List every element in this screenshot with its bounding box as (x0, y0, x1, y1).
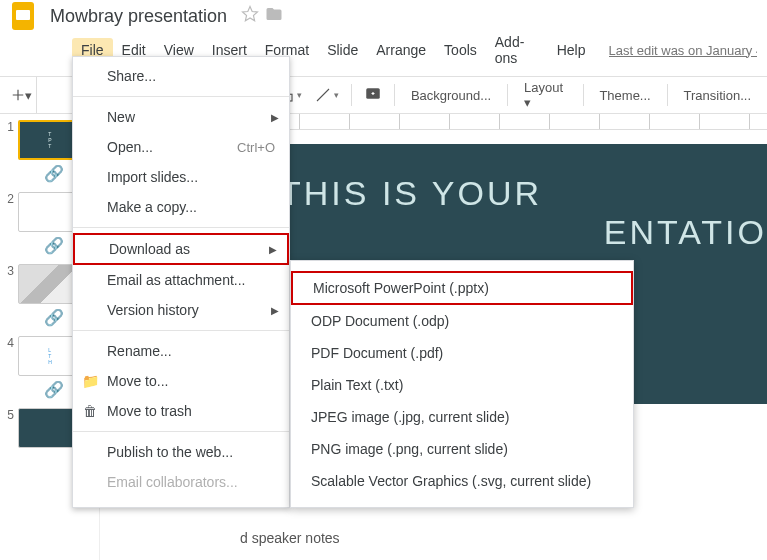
menu-new[interactable]: New▶ (73, 102, 289, 132)
menu-publish-web[interactable]: Publish to the web... (73, 437, 289, 467)
menu-make-copy[interactable]: Make a copy... (73, 192, 289, 222)
menu-arrange[interactable]: Arrange (367, 38, 435, 62)
chevron-right-icon: ▶ (269, 244, 277, 255)
menu-separator (73, 431, 289, 432)
submenu-odp[interactable]: ODP Document (.odp) (291, 305, 633, 337)
submenu-jpeg[interactable]: JPEG image (.jpg, current slide) (291, 401, 633, 433)
svg-rect-1 (16, 10, 30, 20)
link-icon: 🔗 (44, 308, 56, 320)
thumb-number: 1 (4, 120, 18, 176)
menu-version-history[interactable]: Version history▶ (73, 295, 289, 325)
background-button[interactable]: Background... (401, 84, 501, 107)
line-tool-icon[interactable]: ▾ (308, 82, 345, 108)
chevron-right-icon: ▶ (271, 112, 279, 123)
link-icon: 🔗 (44, 164, 56, 176)
menu-email-collaborators[interactable]: Email collaborators... (73, 467, 289, 497)
doc-title[interactable]: Mowbray presentation (50, 6, 227, 27)
theme-button[interactable]: Theme... (589, 84, 660, 107)
submenu-txt[interactable]: Plain Text (.txt) (291, 369, 633, 401)
menu-import-slides[interactable]: Import slides... (73, 162, 289, 192)
toolbar-divider (394, 84, 395, 106)
star-icon[interactable] (241, 5, 259, 27)
shortcut-label: Ctrl+O (237, 140, 275, 155)
slide-title-line2: ENTATIO (280, 213, 767, 252)
menu-separator (73, 227, 289, 228)
new-slide-button[interactable]: ▾ (6, 77, 37, 113)
menu-rename[interactable]: Rename... (73, 336, 289, 366)
speaker-notes-hint[interactable]: d speaker notes (240, 530, 340, 546)
menu-tools[interactable]: Tools (435, 38, 486, 62)
last-edit-link[interactable]: Last edit was on January 4, 20 (609, 43, 758, 58)
slides-app-icon[interactable] (10, 0, 36, 32)
link-icon: 🔗 (44, 380, 56, 392)
menu-move-to[interactable]: 📁Move to... (73, 366, 289, 396)
thumb-number: 3 (4, 264, 18, 320)
submenu-svg[interactable]: Scalable Vector Graphics (.svg, current … (291, 465, 633, 497)
thumb-number: 5 (4, 408, 18, 448)
file-dropdown: Share... New▶ Open...Ctrl+O Import slide… (72, 56, 290, 508)
menu-addons[interactable]: Add-ons (486, 30, 548, 70)
submenu-pptx[interactable]: Microsoft PowerPoint (.pptx) (291, 271, 633, 305)
download-as-submenu: Microsoft PowerPoint (.pptx) ODP Documen… (290, 260, 634, 508)
toolbar-divider (583, 84, 584, 106)
menu-share[interactable]: Share... (73, 61, 289, 91)
menu-separator (73, 330, 289, 331)
chevron-right-icon: ▶ (271, 305, 279, 316)
thumb-number: 2 (4, 192, 18, 248)
layout-button[interactable]: Layout ▾ (514, 76, 577, 114)
menu-open[interactable]: Open...Ctrl+O (73, 132, 289, 162)
comment-tool-icon[interactable] (358, 82, 388, 108)
slide-title-line1: THIS IS YOUR (280, 174, 767, 213)
menu-slide[interactable]: Slide (318, 38, 367, 62)
transition-button[interactable]: Transition... (674, 84, 761, 107)
menu-help[interactable]: Help (548, 38, 595, 62)
submenu-pdf[interactable]: PDF Document (.pdf) (291, 337, 633, 369)
toolbar-divider (351, 84, 352, 106)
submenu-png[interactable]: PNG image (.png, current slide) (291, 433, 633, 465)
trash-icon: 🗑 (81, 403, 99, 419)
menu-separator (73, 96, 289, 97)
menu-download-as[interactable]: Download as▶ (73, 233, 289, 265)
folder-icon: 📁 (81, 373, 99, 389)
toolbar-divider (667, 84, 668, 106)
link-icon: 🔗 (44, 236, 56, 248)
thumb-number: 4 (4, 336, 18, 392)
svg-line-6 (317, 89, 329, 101)
menu-move-trash[interactable]: 🗑Move to trash (73, 396, 289, 426)
toolbar-divider (507, 84, 508, 106)
folder-icon[interactable] (265, 5, 283, 27)
menu-email-attachment[interactable]: Email as attachment... (73, 265, 289, 295)
